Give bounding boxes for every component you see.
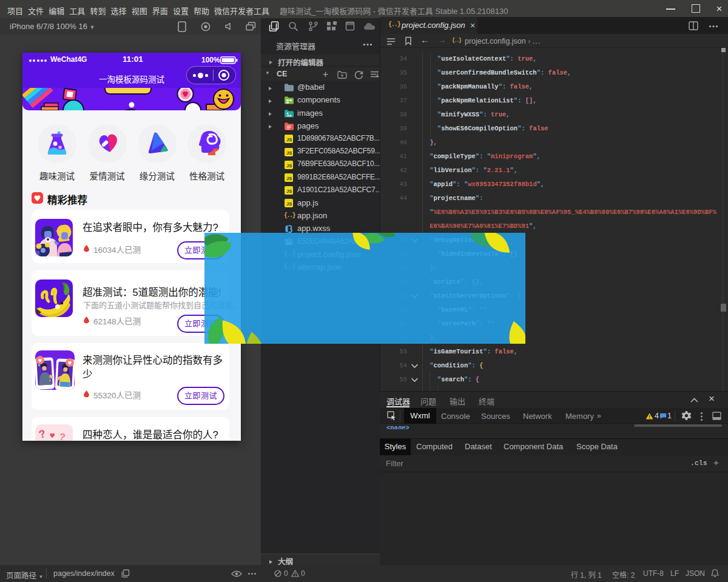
svg-text:JS: JS bbox=[286, 189, 292, 194]
svg-text:JS: JS bbox=[286, 201, 292, 207]
svg-text:?: ? bbox=[58, 431, 66, 441]
svg-text:JS: JS bbox=[286, 163, 292, 169]
svg-text:?: ? bbox=[38, 427, 47, 441]
svg-text:JS: JS bbox=[286, 176, 292, 181]
svg-text:JS: JS bbox=[286, 137, 292, 142]
svg-text:JS: JS bbox=[286, 150, 292, 156]
